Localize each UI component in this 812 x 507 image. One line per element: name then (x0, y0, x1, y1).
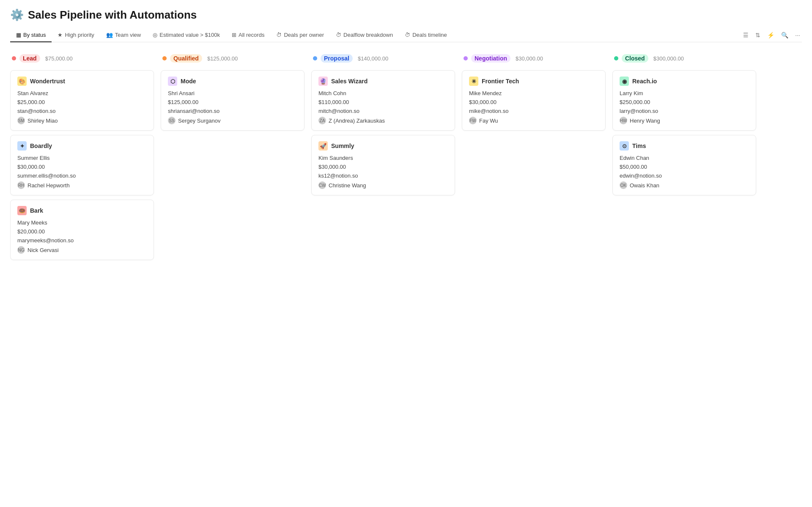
card-owner-proposal-1: CWChristine Wang (318, 181, 448, 189)
card-company-closed-1: ⊙Tims (620, 141, 749, 151)
card-company-qualified-0: ⬡Mode (168, 77, 297, 86)
status-label-qualified: Qualified (170, 54, 202, 63)
company-name-lead-1: Boardly (30, 143, 52, 149)
card-company-closed-0: ◉Reach.io (620, 77, 749, 86)
card-qualified-0[interactable]: ⬡ModeShri Ansari$125,000.00shriansari@no… (161, 70, 304, 131)
column-proposal: Proposal$140,000.00🔮Sales WizardMitch Co… (311, 51, 455, 200)
card-owner-lead-2: NGNick Gervasi (17, 246, 147, 254)
company-name-closed-0: Reach.io (632, 78, 657, 85)
card-owner-qualified-0: SSSergey Surganov (168, 117, 297, 124)
lightning-icon[interactable]: ⚡ (765, 30, 776, 40)
card-company-negotiation-0: ✳Frontier Tech (469, 77, 598, 86)
tab-high-priority[interactable]: ★ High priority (52, 28, 100, 42)
tabs-actions: ☰ ⇅ ⚡ 🔍 ··· (741, 30, 802, 40)
card-lead-1[interactable]: ✦BoardlySummer Ellis$30,000.00summer.ell… (10, 135, 154, 195)
column-qualified: Qualified$125,000.00⬡ModeShri Ansari$125… (161, 51, 304, 135)
tab-all-records-icon: ⊞ (232, 32, 236, 38)
card-proposal-1[interactable]: 🚀SummlyKim Saunders$30,000.00ks12@notion… (311, 135, 455, 195)
tab-deals-per-owner-icon: ⏱ (276, 32, 282, 38)
tab-dealflow-breakdown-icon: ⏱ (336, 32, 341, 38)
tab-deals-timeline[interactable]: ⏱ Deals timeline (399, 28, 453, 42)
owner-avatar-negotiation-0: FW (469, 117, 477, 124)
card-contact-proposal-0: Mitch Cohn (318, 90, 448, 96)
card-contact-closed-1: Edwin Chan (620, 155, 749, 161)
card-contact-lead-2: Mary Meeks (17, 219, 147, 226)
owner-avatar-proposal-0: ZA (318, 117, 326, 124)
card-amount-negotiation-0: $30,000.00 (469, 99, 598, 105)
card-negotiation-0[interactable]: ✳Frontier TechMike Mendez$30,000.00mike@… (462, 70, 606, 131)
card-contact-proposal-1: Kim Saunders (318, 155, 448, 161)
company-icon-lead-0: 🎨 (17, 77, 27, 86)
tab-estimated-value[interactable]: ◎ Estimated value > $100k (147, 28, 226, 42)
card-lead-2[interactable]: 🍩BarkMary Meeks$20,000.00marymeeks@notio… (10, 200, 154, 260)
card-amount-closed-1: $50,000.00 (620, 164, 749, 170)
company-name-lead-2: Bark (30, 207, 43, 214)
tab-deals-per-owner[interactable]: ⏱ Deals per owner (270, 28, 330, 42)
card-email-closed-0: larry@notion.so (620, 108, 749, 114)
sort-icon[interactable]: ⇅ (754, 30, 762, 40)
card-company-lead-1: ✦Boardly (17, 141, 147, 151)
more-icon[interactable]: ··· (793, 30, 802, 40)
card-contact-qualified-0: Shri Ansari (168, 90, 297, 96)
search-icon[interactable]: 🔍 (779, 30, 790, 40)
tab-team-view[interactable]: 👥 Team view (100, 28, 147, 42)
owner-avatar-lead-1: RH (17, 181, 25, 189)
card-email-proposal-0: mitch@notion.so (318, 108, 448, 114)
page-header: ⚙️ Sales Pipeline with Automations (10, 8, 802, 22)
column-header-lead: Lead$75,000.00 (10, 51, 154, 66)
card-email-negotiation-0: mike@notion.so (469, 108, 598, 114)
card-contact-lead-1: Summer Ellis (17, 155, 147, 161)
card-email-lead-2: marymeeks@notion.so (17, 237, 147, 244)
owner-name-closed-0: Henry Wang (630, 118, 660, 124)
card-contact-negotiation-0: Mike Mendez (469, 90, 598, 96)
owner-avatar-closed-0: HW (620, 117, 627, 124)
tab-all-records[interactable]: ⊞ All records (226, 28, 270, 42)
card-email-qualified-0: shriansari@notion.so (168, 108, 297, 114)
card-email-proposal-1: ks12@notion.so (318, 173, 448, 179)
filter-icon[interactable]: ☰ (741, 30, 750, 40)
page-icon: ⚙️ (10, 8, 24, 22)
company-name-closed-1: Tims (632, 143, 646, 149)
card-lead-0[interactable]: 🎨WondertrustStan Alvarez$25,000.00stan@n… (10, 70, 154, 131)
card-amount-proposal-0: $110,000.00 (318, 99, 448, 105)
company-name-lead-0: Wondertrust (30, 78, 65, 85)
owner-avatar-lead-0: SM (17, 117, 25, 124)
owner-name-proposal-0: Z (Andrea) Zarkauskas (329, 118, 385, 124)
tab-high-priority-icon: ★ (58, 32, 63, 38)
company-name-proposal-1: Summly (331, 143, 354, 149)
card-company-proposal-0: 🔮Sales Wizard (318, 77, 448, 86)
tab-by-status[interactable]: ▦ By status (10, 28, 52, 42)
card-amount-closed-0: $250,000.00 (620, 99, 749, 105)
status-label-closed: Closed (622, 54, 648, 63)
status-dot-closed (614, 56, 618, 60)
tab-dealflow-breakdown[interactable]: ⏱ Dealflow breakdown (330, 28, 399, 42)
status-dot-negotiation (464, 56, 468, 60)
column-header-negotiation: Negotiation$30,000.00 (462, 51, 606, 66)
column-header-proposal: Proposal$140,000.00 (311, 51, 455, 66)
card-company-proposal-1: 🚀Summly (318, 141, 448, 151)
card-contact-closed-0: Larry Kim (620, 90, 749, 96)
tab-estimated-value-icon: ◎ (153, 32, 157, 38)
tab-by-status-icon: ▦ (16, 32, 21, 38)
card-owner-negotiation-0: FWFay Wu (469, 117, 598, 124)
card-contact-lead-0: Stan Alvarez (17, 90, 147, 96)
column-total-proposal: $140,000.00 (358, 55, 388, 62)
card-email-closed-1: edwin@notion.so (620, 173, 749, 179)
owner-name-qualified-0: Sergey Surganov (178, 118, 220, 124)
column-closed: Closed$300,000.00◉Reach.ioLarry Kim$250,… (612, 51, 756, 200)
company-icon-negotiation-0: ✳ (469, 77, 478, 86)
card-closed-1[interactable]: ⊙TimsEdwin Chan$50,000.00edwin@notion.so… (612, 135, 756, 195)
card-email-lead-0: stan@notion.so (17, 108, 147, 114)
card-proposal-0[interactable]: 🔮Sales WizardMitch Cohn$110,000.00mitch@… (311, 70, 455, 131)
card-company-lead-2: 🍩Bark (17, 206, 147, 215)
column-total-negotiation: $30,000.00 (516, 55, 543, 62)
column-negotiation: Negotiation$30,000.00✳Frontier TechMike … (462, 51, 606, 135)
owner-name-negotiation-0: Fay Wu (479, 118, 498, 124)
column-header-qualified: Qualified$125,000.00 (161, 51, 304, 66)
company-icon-proposal-0: 🔮 (318, 77, 328, 86)
card-closed-0[interactable]: ◉Reach.ioLarry Kim$250,000.00larry@notio… (612, 70, 756, 131)
column-total-qualified: $125,000.00 (207, 55, 238, 62)
column-total-lead: $75,000.00 (45, 55, 73, 62)
card-owner-lead-0: SMShirley Miao (17, 117, 147, 124)
owner-name-proposal-1: Christine Wang (329, 182, 366, 189)
